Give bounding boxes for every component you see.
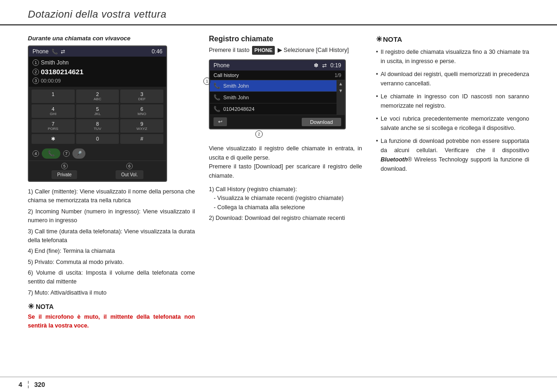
circle-indicator-2: 2 bbox=[255, 130, 263, 138]
scroll-up-arrow[interactable]: ▲ bbox=[338, 81, 343, 86]
ph2-download-button[interactable]: Download bbox=[302, 118, 341, 126]
phone-mockup-1: Phone 📞 ⇄ 0:46 1 Smith John 2 bbox=[28, 45, 167, 182]
intro-text2: ▶ Selezionare [Call History] bbox=[278, 47, 349, 53]
circle-indicator-1: 1 bbox=[203, 77, 211, 85]
outvol-button[interactable]: Out Vol. bbox=[116, 170, 143, 179]
key-4[interactable]: 4GHI bbox=[32, 104, 75, 118]
ph2-item-2-name: Smith John bbox=[223, 95, 249, 100]
mid-column: Registro chiamate Premere il tasto PHONE… bbox=[209, 35, 362, 353]
asterisk-icon-right: ✳ bbox=[376, 35, 382, 44]
registro-title: Registro chiamate bbox=[209, 35, 362, 43]
key-0[interactable]: 0 bbox=[76, 134, 119, 144]
private-button[interactable]: Private bbox=[52, 170, 77, 179]
private-group: 5 Private bbox=[52, 163, 77, 179]
desc-item-1: 1) Caller (mittente): Viene visualizzato… bbox=[28, 187, 195, 206]
circle-5: 5 bbox=[61, 163, 68, 169]
nota-bullet-4: Le voci rubrica precedentemente memorizz… bbox=[376, 114, 529, 133]
circle-4: 4 bbox=[32, 150, 39, 157]
scroll-down-arrow[interactable]: ▼ bbox=[338, 88, 343, 93]
phone-badge: PHONE bbox=[252, 46, 275, 55]
nota-left-title: ✳ NOTA bbox=[28, 302, 195, 311]
ph2-body: Call history 1/9 📞 Smith John bbox=[210, 71, 345, 129]
key-hash[interactable]: # bbox=[120, 134, 163, 144]
right-column: ✳ NOTA Il registro delle chiamata visual… bbox=[376, 35, 529, 353]
bluetooth-text: Bluetooth bbox=[381, 156, 408, 163]
caller-number: 03180214621 bbox=[41, 68, 84, 76]
desc-item-7: 7) Muto: Attiva/disattiva il muto bbox=[28, 289, 195, 297]
ph2-header-label: Phone bbox=[214, 62, 230, 69]
right-nota-label: NOTA bbox=[383, 35, 402, 43]
phone-header-left: Phone 📞 ⇄ bbox=[32, 48, 65, 55]
key-6[interactable]: 6MNO bbox=[120, 104, 163, 118]
phone-menu-icon: ⇄ bbox=[61, 49, 65, 55]
desc-item-3: 3) Call time (durata della telefonata): … bbox=[28, 227, 195, 245]
circle-1: 1 bbox=[32, 59, 39, 66]
circle-6: 6 bbox=[126, 163, 133, 169]
transfer-icon: ⇄ bbox=[322, 62, 327, 69]
circle-2: 2 bbox=[32, 69, 39, 75]
content-area: Durante una chiamata con vivavoce Phone … bbox=[0, 26, 557, 353]
ph2-back-button[interactable]: ↩ bbox=[214, 117, 227, 126]
description-list: 1) Caller (mittente): Viene visualizzato… bbox=[28, 187, 195, 297]
phone-screen-1: Phone 📞 ⇄ 0:46 1 Smith John 2 bbox=[28, 45, 195, 182]
ph2-item-3-name: 01042048624 bbox=[223, 106, 254, 112]
ph2-item-3[interactable]: 📞 01042048624 bbox=[210, 103, 337, 115]
ph2-time: 0:19 bbox=[330, 62, 341, 69]
desc-item-5: 5) Privato: Commuta al modo privato. bbox=[28, 258, 195, 267]
ph2-header-icons: ✽ ⇄ 0:19 bbox=[314, 62, 341, 69]
keypad-grid: 1 2ABC 3DEF 4GHI 5JKL 6MNO 7PORS 8TUV 9W… bbox=[31, 89, 164, 145]
nota-bullet-3: Le chiamate in ingresso con ID nascosti … bbox=[376, 92, 529, 110]
page-title: Dotazioni della vostra vettura bbox=[28, 8, 167, 20]
phone-screen-2-outer: 1 Phone ✽ ⇄ 0:19 bbox=[209, 59, 346, 129]
ph2-title-text: Call history bbox=[214, 72, 239, 78]
nota-bullets-list: Il registro delle chiamata visualizza fi… bbox=[376, 47, 529, 174]
ph2-header: Phone ✽ ⇄ 0:19 bbox=[210, 60, 345, 71]
nota-bullet-5: La funzione di download potrebbe non ess… bbox=[376, 136, 529, 174]
phone-label-1: Phone bbox=[32, 48, 49, 55]
phone-call-icon: 📞 bbox=[52, 49, 58, 55]
keypad-area: 1 2ABC 3DEF 4GHI 5JKL 6MNO 7PORS 8TUV 9W… bbox=[29, 87, 166, 147]
key-9[interactable]: 9WXYZ bbox=[120, 119, 163, 133]
key-1[interactable]: 1 bbox=[32, 90, 75, 103]
intro-text1: Premere il tasto bbox=[209, 47, 250, 53]
nota-left-label: NOTA bbox=[36, 303, 54, 310]
key-5[interactable]: 5JKL bbox=[76, 104, 119, 118]
key-8[interactable]: 8TUV bbox=[76, 119, 119, 133]
nota-left: ✳ NOTA Se il microfono è muto, il mitten… bbox=[28, 302, 195, 330]
ph2-item-1[interactable]: 📞 Smith John bbox=[210, 80, 337, 92]
key-star[interactable]: ✱ bbox=[32, 134, 75, 144]
nota-left-text: Se il microfono è muto, il mittente dell… bbox=[28, 313, 195, 330]
number-row: 2 03180214621 bbox=[29, 67, 166, 77]
right-nota-title: ✳ NOTA bbox=[376, 35, 529, 44]
left-column: Durante una chiamata con vivavoce Phone … bbox=[28, 35, 195, 353]
mute-button[interactable]: 🎤 bbox=[72, 148, 85, 159]
call-time: 00:00:09 bbox=[41, 78, 61, 84]
mid-desc-item-2: 2) Download: Download del registro chiam… bbox=[209, 214, 362, 223]
ph2-item-2[interactable]: 📞 Smith John bbox=[210, 92, 337, 103]
call-button[interactable]: 📞 bbox=[42, 148, 60, 159]
caller-name: Smith John bbox=[41, 59, 69, 66]
mid-desc-item-1: 1) Call History (registro chiamate): - V… bbox=[209, 185, 362, 212]
nota-bullet-1: Il registro delle chiamata visualizza fi… bbox=[376, 47, 529, 66]
key-7[interactable]: 7PORS bbox=[32, 119, 75, 133]
registro-intro: Premere il tasto PHONE ▶ Selezionare [Ca… bbox=[209, 46, 362, 55]
nota-bullet-2: Al download dei registri, quelli memoriz… bbox=[376, 70, 529, 88]
ph2-items-list: 📞 Smith John 📞 Smith John 📞 01042048624 bbox=[210, 80, 337, 115]
key-2[interactable]: 2ABC bbox=[76, 90, 119, 103]
circle-7: 7 bbox=[63, 150, 70, 157]
key-3[interactable]: 3DEF bbox=[120, 90, 163, 103]
header: Dotazioni della vostra vettura bbox=[0, 0, 557, 26]
footer-page: 320 bbox=[34, 381, 45, 388]
caller-row: 1 Smith John bbox=[29, 58, 166, 67]
ph2-title-row: Call history 1/9 bbox=[210, 71, 345, 80]
ph2-download-row: ↩ Download bbox=[210, 115, 345, 129]
phone-time-1: 0:46 bbox=[152, 48, 162, 55]
circle-3: 3 bbox=[32, 77, 39, 84]
desc-item-2: 2) Incoming Number (numero in ingresso):… bbox=[28, 207, 195, 225]
ph2-list-area: 📞 Smith John 📞 Smith John 📞 01042048624 bbox=[210, 80, 345, 115]
page: Dotazioni della vostra vettura Durante u… bbox=[0, 0, 557, 392]
outvol-group: 6 Out Vol. bbox=[116, 163, 143, 179]
footer: 4 320 bbox=[0, 377, 557, 392]
ph2-page: 1/9 bbox=[335, 73, 341, 78]
bluetooth-icon: ✽ bbox=[314, 62, 318, 69]
